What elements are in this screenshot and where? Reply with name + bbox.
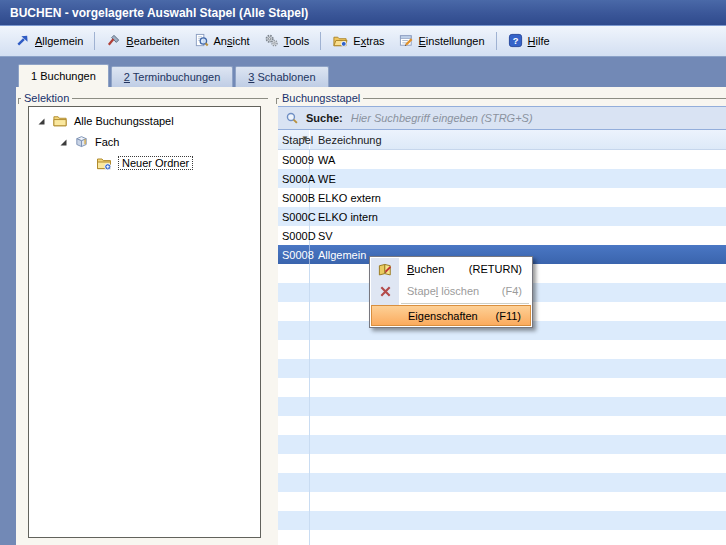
main-toolbar: Allgemein Bearbeiten Ansicht Tools Extra… bbox=[0, 26, 726, 57]
folder-new-icon bbox=[96, 155, 112, 171]
toolbar-item-label: Bearbeiten bbox=[126, 35, 179, 47]
cell-stapel: S000B bbox=[278, 188, 310, 207]
cell-bezeichnung: Allgemein bbox=[310, 245, 366, 264]
table-row[interactable]: S0009 WA bbox=[278, 150, 726, 169]
toolbar-item-label: Hilfe bbox=[528, 35, 550, 47]
menu-item-eigenschaften[interactable]: Eigenschaften (F11) bbox=[371, 305, 531, 326]
table-empty-row bbox=[278, 340, 726, 359]
table-empty-row bbox=[278, 511, 726, 530]
cell-stapel: S000A bbox=[278, 169, 310, 188]
cell-bezeichnung: WE bbox=[310, 169, 336, 188]
window-title: BUCHEN - vorgelagerte Auswahl Stapel (Al… bbox=[10, 6, 308, 20]
table-row[interactable]: S000B ELKO extern bbox=[278, 188, 726, 207]
hammer-icon bbox=[106, 33, 121, 50]
menu-item-shortcut: (RETURN) bbox=[469, 263, 531, 275]
toolbar-item-label: Ansicht bbox=[214, 35, 250, 47]
menu-item-label: Buchen bbox=[407, 263, 444, 275]
table-empty-row bbox=[278, 359, 726, 378]
group-border-tick bbox=[18, 98, 19, 104]
red-x-icon bbox=[371, 285, 399, 298]
search-icon bbox=[285, 111, 299, 125]
table-empty-row bbox=[278, 454, 726, 473]
search-label: Suche: bbox=[306, 112, 343, 124]
toolbar-item-label: Einstellungen bbox=[419, 35, 485, 47]
toolbar-item-einstellungen[interactable]: Einstellungen bbox=[392, 30, 492, 53]
menu-item-shortcut: (F4) bbox=[502, 285, 531, 297]
cell-bezeichnung: ELKO intern bbox=[310, 207, 378, 226]
stapel-table: S0009 WA S000A WE S000B ELKO extern S000… bbox=[278, 150, 726, 545]
magnifier-page-icon bbox=[194, 33, 209, 50]
menu-item-label: Stapel löschen bbox=[407, 285, 479, 297]
tree-node-label: Alle Buchungsstapel bbox=[74, 115, 174, 127]
cell-bezeichnung: ELKO extern bbox=[310, 188, 381, 207]
menu-item-buchen[interactable]: Buchen (RETURN) bbox=[371, 258, 531, 280]
table-empty-row bbox=[278, 492, 726, 511]
table-empty-row bbox=[278, 378, 726, 397]
help-icon: ? bbox=[508, 33, 523, 50]
tab-strip: 1 Buchungen 2 Terminbuchungen 3 Schablon… bbox=[0, 57, 726, 87]
search-bar: Suche: bbox=[278, 106, 726, 130]
gears-icon bbox=[264, 33, 279, 50]
toolbar-item-label: Extras bbox=[353, 35, 384, 47]
menu-item-label: Eigenschaften bbox=[408, 310, 478, 322]
cell-bezeichnung: WA bbox=[310, 150, 335, 169]
sort-indicator-icon: ▼ bbox=[301, 135, 309, 143]
toolbar-item-hilfe[interactable]: ? Hilfe bbox=[501, 30, 557, 53]
group-label-buchungsstapel: Buchungsstapel bbox=[279, 92, 363, 104]
tree-node-neuer-ordner[interactable]: Neuer Ordner bbox=[29, 152, 260, 173]
table-row[interactable]: S000A WE bbox=[278, 169, 726, 188]
table-header: Stapel ▼ Bezeichnung bbox=[278, 130, 726, 150]
toolbar-item-allgemein[interactable]: Allgemein bbox=[8, 30, 90, 53]
toolbar-item-tools[interactable]: Tools bbox=[257, 30, 317, 53]
group-border-tick bbox=[276, 98, 277, 104]
tab-schablonen[interactable]: 3 Schablonen bbox=[235, 66, 328, 87]
table-empty-row bbox=[278, 530, 726, 545]
menu-item-stapel-loeschen[interactable]: Stapel löschen (F4) bbox=[371, 280, 531, 302]
tree-node-fach[interactable]: Fach bbox=[29, 131, 260, 152]
tab-buchungen[interactable]: 1 Buchungen bbox=[18, 64, 109, 87]
table-row[interactable]: S000D SV bbox=[278, 226, 726, 245]
cell-stapel: S000D bbox=[278, 226, 310, 245]
title-bar: BUCHEN - vorgelagerte Auswahl Stapel (Al… bbox=[0, 0, 726, 26]
tab-label: 1 Buchungen bbox=[31, 70, 96, 82]
form-pencil-icon bbox=[399, 33, 414, 50]
search-input[interactable] bbox=[351, 112, 726, 124]
expander-icon[interactable] bbox=[37, 116, 46, 125]
column-header-bezeichnung[interactable]: Bezeichnung bbox=[310, 130, 382, 149]
cell-stapel: S0009 bbox=[278, 150, 310, 169]
toolbar-separator bbox=[496, 32, 497, 50]
tab-label: 2 Terminbuchungen bbox=[124, 71, 220, 83]
column-header-stapel[interactable]: Stapel ▼ bbox=[278, 130, 310, 149]
cell-bezeichnung: SV bbox=[310, 226, 333, 245]
context-menu: Buchen (RETURN) Stapel löschen (F4) Eige… bbox=[369, 256, 533, 328]
table-empty-row bbox=[278, 416, 726, 435]
table-empty-row bbox=[278, 397, 726, 416]
tree-node-alle-buchungsstapel[interactable]: Alle Buchungsstapel bbox=[29, 110, 260, 131]
menu-separator bbox=[401, 303, 529, 304]
toolbar-separator bbox=[94, 32, 95, 50]
cell-stapel: S0008 bbox=[278, 245, 310, 264]
drawer-box-icon bbox=[74, 134, 89, 149]
menu-item-shortcut: (F11) bbox=[496, 310, 530, 322]
toolbar-item-label: Allgemein bbox=[35, 35, 83, 47]
group-label-selektion: Selektion bbox=[21, 92, 72, 104]
folder-info-icon bbox=[332, 33, 348, 50]
toolbar-item-ansicht[interactable]: Ansicht bbox=[187, 30, 257, 53]
column-header-label: Bezeichnung bbox=[318, 134, 382, 146]
expander-icon[interactable] bbox=[59, 137, 68, 146]
selection-tree: Alle Buchungsstapel Fach Neuer Ordner bbox=[28, 106, 261, 538]
toolbar-item-bearbeiten[interactable]: Bearbeiten bbox=[99, 30, 186, 53]
toolbar-item-extras[interactable]: Extras bbox=[325, 30, 391, 53]
table-empty-row bbox=[278, 435, 726, 454]
table-row[interactable]: S000C ELKO intern bbox=[278, 207, 726, 226]
tree-node-label: Fach bbox=[95, 136, 119, 148]
tree-node-label: Neuer Ordner bbox=[118, 156, 193, 170]
book-pen-icon bbox=[371, 262, 399, 277]
toolbar-separator bbox=[320, 32, 321, 50]
toolbar-item-label: Tools bbox=[284, 35, 310, 47]
tab-terminbuchungen[interactable]: 2 Terminbuchungen bbox=[111, 66, 233, 87]
app-window: BUCHEN - vorgelagerte Auswahl Stapel (Al… bbox=[0, 0, 726, 545]
folder-icon bbox=[52, 113, 68, 128]
cell-stapel: S000C bbox=[278, 207, 310, 226]
svg-text:?: ? bbox=[512, 35, 518, 45]
